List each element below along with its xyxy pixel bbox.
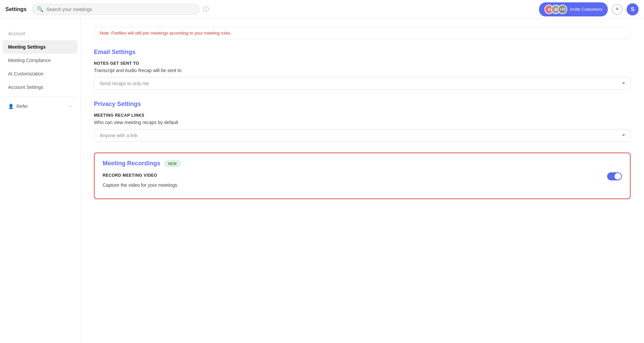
search-icon: 🔍 (37, 6, 44, 12)
main-content: Note: Fireflies will still join meetings… (80, 19, 644, 343)
privacy-settings-section: Privacy Settings MEETING RECAP LINKS Who… (94, 101, 631, 142)
search-bar[interactable]: 🔍 (32, 4, 200, 15)
user-avatar[interactable]: S (627, 3, 639, 15)
new-badge: NEW (164, 161, 180, 167)
toggle-slider (607, 172, 622, 180)
notes-sent-to-select[interactable]: Send recaps to only me All attendees No … (94, 77, 631, 90)
notes-sent-to-label: NOTES GET SENT TO (94, 61, 631, 66)
meeting-recap-links-select[interactable]: Anyone with a link Only me Team members (94, 129, 631, 142)
sidebar-item-refer[interactable]: 👤 Refer → (0, 100, 80, 113)
arrow-icon: → (67, 104, 72, 109)
avatar-count: +10 (558, 5, 567, 14)
sidebar-item-meeting-compliance[interactable]: Meeting Compliance (0, 54, 80, 67)
invite-coworkers-button[interactable]: A B +10 Invite Coworkers (539, 2, 608, 16)
app-header: Settings 🔍 ⓘ A B +10 Invite Coworkers + … (0, 0, 644, 19)
record-video-label-group: RECORD MEETING VIDEO (103, 173, 157, 180)
app-title: Settings (5, 6, 26, 12)
sidebar-item-account[interactable]: Account (0, 27, 80, 40)
info-icon[interactable]: ⓘ (203, 5, 209, 13)
meeting-recap-links-label: MEETING RECAP LINKS (94, 113, 631, 118)
sidebar-item-meeting-settings[interactable]: Meeting Settings (3, 40, 77, 54)
record-video-desc: Capture the video for your meetings (103, 182, 622, 188)
record-video-label: RECORD MEETING VIDEO (103, 173, 157, 178)
recordings-header: Meeting Recordings NEW (103, 160, 622, 167)
sidebar-item-account-settings[interactable]: Account Settings (0, 80, 80, 94)
search-input[interactable] (46, 7, 195, 12)
sidebar-item-ai-customization[interactable]: AI Customization (0, 67, 80, 80)
sidebar: Account Meeting Settings Meeting Complia… (0, 19, 80, 343)
meeting-recordings-section: Meeting Recordings NEW RECORD MEETING VI… (94, 153, 631, 199)
privacy-settings-title: Privacy Settings (94, 101, 631, 108)
person-icon: 👤 (8, 104, 14, 109)
record-video-toggle[interactable] (607, 172, 622, 180)
email-settings-title: Email Settings (94, 49, 631, 56)
note-bar: Note: Fireflies will still join meetings… (94, 27, 631, 39)
recordings-title: Meeting Recordings (103, 160, 160, 167)
sidebar-divider (5, 97, 75, 97)
add-button[interactable]: + (612, 4, 623, 15)
header-right: A B +10 Invite Coworkers + S (539, 2, 639, 16)
notes-sent-to-desc: Transcript and Audio Recap will be sent … (94, 68, 631, 73)
invite-button-label: Invite Coworkers (570, 7, 602, 12)
record-video-row: RECORD MEETING VIDEO (103, 172, 622, 180)
meeting-recap-links-desc: Who can view meeting recaps by default (94, 120, 631, 125)
page-layout: Account Meeting Settings Meeting Complia… (0, 19, 644, 343)
avatar-group: A B +10 (544, 5, 567, 14)
email-settings-section: Email Settings NOTES GET SENT TO Transcr… (94, 49, 631, 90)
